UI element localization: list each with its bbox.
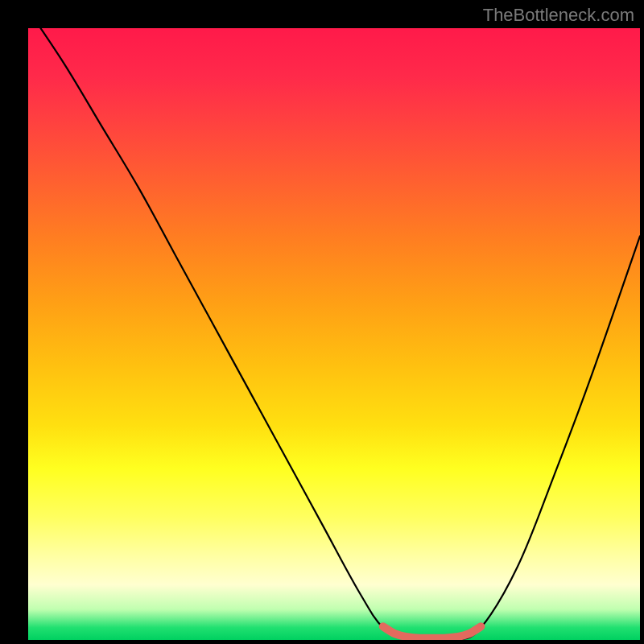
bottleneck-curve-line [28, 28, 640, 640]
chart-plot-area [28, 28, 640, 640]
attribution-text: TheBottleneck.com [483, 5, 634, 26]
optimal-range-marker-line [383, 626, 481, 638]
chart-svg [28, 28, 640, 640]
